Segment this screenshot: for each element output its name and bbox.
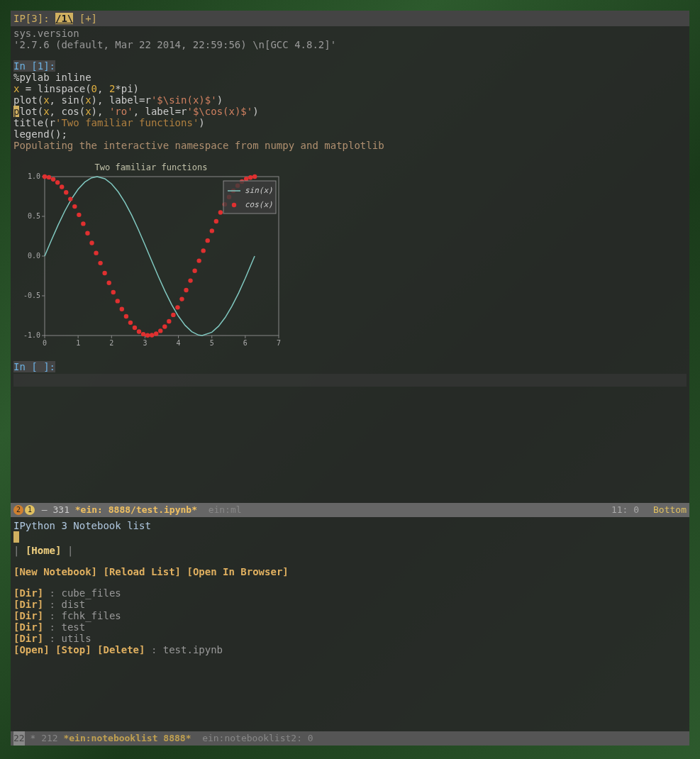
open-notebook-button[interactable]: [Open] <box>13 644 50 655</box>
dir-name[interactable]: test <box>61 621 85 633</box>
svg-point-41 <box>102 271 106 275</box>
svg-point-56 <box>167 319 171 323</box>
dir-name[interactable]: cube_files <box>61 587 121 599</box>
cursor <box>13 531 19 543</box>
workspace-indicator[interactable]: 2 <box>13 505 23 515</box>
svg-text:sin(x): sin(x) <box>245 186 273 195</box>
new-notebook-button[interactable]: [New Notebook] <box>13 566 97 577</box>
svg-point-28 <box>47 175 51 179</box>
dir-name[interactable]: utils <box>61 633 91 644</box>
svg-point-75 <box>248 175 252 179</box>
svg-point-43 <box>111 290 116 294</box>
svg-point-29 <box>51 177 55 181</box>
modeline-lower: 2 2 * 212 *ein:notebooklist 8888* ein:no… <box>11 731 689 746</box>
major-mode: ein:notebooklist <box>202 731 291 746</box>
list-item[interactable]: [Dir] : utils <box>13 633 687 644</box>
list-item[interactable]: [Dir] : cube_files <box>13 587 687 599</box>
svg-text:0.5: 0.5 <box>28 212 40 220</box>
code-line[interactable]: plot(x, cos(x), 'ro', label=r'$\cos(x)$'… <box>13 106 687 117</box>
svg-text:-1.0: -1.0 <box>23 331 40 339</box>
major-mode: ein:ml <box>209 503 242 517</box>
list-item[interactable]: [Dir] : test <box>13 621 687 633</box>
code-line[interactable]: plot(x, sin(x), label=r'$\sin(x)$') <box>13 94 687 106</box>
svg-text:7: 7 <box>277 339 281 347</box>
svg-point-67 <box>214 219 218 223</box>
svg-point-36 <box>81 221 85 226</box>
svg-text:3: 3 <box>143 339 147 347</box>
svg-point-62 <box>192 269 196 273</box>
open-browser-button[interactable]: [Open In Browser] <box>187 566 288 577</box>
svg-point-80 <box>232 203 236 207</box>
svg-point-39 <box>94 250 98 255</box>
reload-list-button[interactable]: [Reload List] <box>103 566 181 577</box>
dir-name[interactable]: dist <box>61 599 85 610</box>
svg-point-40 <box>98 261 102 265</box>
list-item[interactable]: [Dir] : fchk_files <box>13 610 687 621</box>
svg-point-48 <box>133 326 137 330</box>
svg-point-30 <box>55 180 60 184</box>
notebook-file-name[interactable]: test.ipynb <box>163 644 223 655</box>
workspace-indicator[interactable]: 2 <box>13 731 19 746</box>
list-item[interactable]: [Dir] : dist <box>13 599 687 610</box>
svg-point-51 <box>145 333 150 338</box>
delete-notebook-button[interactable]: [Delete] <box>97 644 145 655</box>
svg-point-37 <box>85 231 89 236</box>
svg-point-27 <box>43 174 47 179</box>
stop-notebook-button[interactable]: [Stop] <box>55 644 91 655</box>
notebooklist-pane[interactable]: IPython 3 Notebook list | [Home] | [New … <box>11 517 689 731</box>
tab-active[interactable]: /1\ <box>55 13 73 24</box>
svg-point-60 <box>184 288 188 292</box>
dir-tag[interactable]: [Dir] <box>13 610 43 621</box>
svg-point-46 <box>124 314 128 318</box>
svg-point-49 <box>137 329 141 333</box>
svg-point-58 <box>175 305 179 309</box>
svg-text:1.0: 1.0 <box>28 172 40 180</box>
svg-point-52 <box>150 333 154 337</box>
notebook-pane[interactable]: sys.version '2.7.6 (default, Mar 22 2014… <box>11 26 689 503</box>
svg-text:2: 2 <box>109 339 113 347</box>
scroll-position: Bottom <box>653 503 687 517</box>
tab-bar: IP[3]: /1\ [+] <box>11 11 689 26</box>
workspace-indicator[interactable]: 2 <box>19 731 25 746</box>
svg-text:0.0: 0.0 <box>28 252 40 260</box>
svg-text:0: 0 <box>43 339 47 347</box>
svg-point-34 <box>72 204 77 209</box>
tab-add[interactable]: [+] <box>79 13 97 24</box>
dir-tag[interactable]: [Dir] <box>13 621 43 633</box>
home-link[interactable]: [Home] <box>26 545 62 556</box>
svg-point-74 <box>244 177 248 181</box>
code-line[interactable]: title(r'Two familiar functions') <box>13 117 687 128</box>
dir-tag[interactable]: [Dir] <box>13 633 43 644</box>
dir-tag[interactable]: [Dir] <box>13 599 43 610</box>
cell-output-text: Populating the interactive namespace fro… <box>13 140 687 151</box>
svg-point-61 <box>188 278 192 282</box>
svg-point-45 <box>120 307 124 311</box>
svg-point-31 <box>60 184 64 189</box>
cursor-position: 11: 0 <box>611 503 639 517</box>
empty-cell[interactable] <box>13 374 687 387</box>
cell-prompt-1: In [1]: <box>13 60 55 72</box>
code-line[interactable]: %pylab inline <box>13 72 687 83</box>
svg-point-44 <box>116 299 120 303</box>
svg-text:-0.5: -0.5 <box>23 292 40 299</box>
svg-point-65 <box>206 238 210 243</box>
workspace-indicator[interactable]: 1 <box>25 505 35 515</box>
svg-text:6: 6 <box>243 339 248 347</box>
svg-point-33 <box>68 196 72 201</box>
ip-label: IP[3]: <box>13 13 50 24</box>
svg-point-66 <box>210 228 214 233</box>
plot-output: Two familiar functions 01234567-1.0-0.50… <box>16 158 286 350</box>
cell-prompt-empty: In [ ]: <box>13 361 55 372</box>
code-line[interactable]: legend(); <box>13 128 687 140</box>
buffer-name: *ein: 8888/test.ipynb* <box>75 503 197 517</box>
svg-point-38 <box>89 240 94 245</box>
dir-tag[interactable]: [Dir] <box>13 587 43 599</box>
code-line[interactable]: x = linspace(0, 2*pi) <box>13 83 687 94</box>
modeline-info: — 331 <box>42 503 70 517</box>
dir-name[interactable]: fchk_files <box>61 610 121 621</box>
svg-text:4: 4 <box>177 339 181 347</box>
svg-point-53 <box>154 331 158 336</box>
svg-point-47 <box>128 321 133 325</box>
svg-text:5: 5 <box>210 339 214 347</box>
modeline-upper: 2 1 — 331 *ein: 8888/test.ipynb* ein:ml … <box>11 503 689 517</box>
